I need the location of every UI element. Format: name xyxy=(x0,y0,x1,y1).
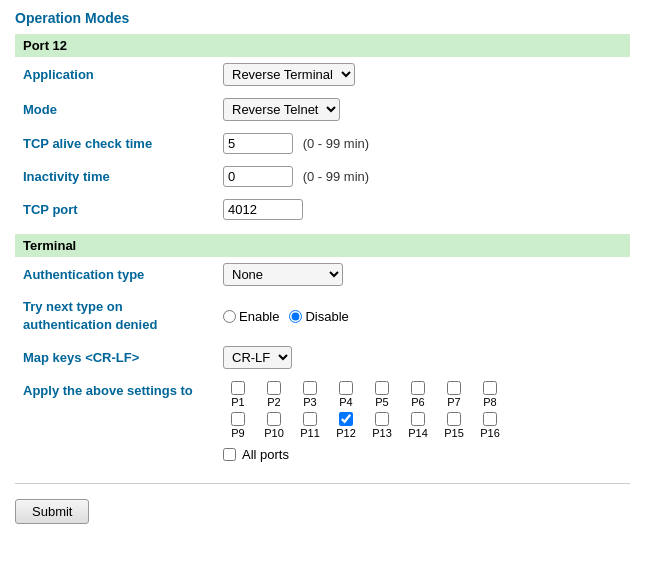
port-p13-label: P13 xyxy=(372,427,392,439)
disable-radio-label[interactable]: Disable xyxy=(289,309,348,324)
port-p7-label: P7 xyxy=(447,396,460,408)
application-label: Application xyxy=(15,57,215,92)
port-p5-label: P5 xyxy=(375,396,388,408)
all-ports-checkbox[interactable] xyxy=(223,448,236,461)
port-p11-label: P11 xyxy=(300,427,320,439)
try-next-radio-group: Enable Disable xyxy=(223,309,622,324)
port-p2-label: P2 xyxy=(267,396,280,408)
port-p15-checkbox[interactable] xyxy=(447,412,461,426)
port-p4-checkbox[interactable] xyxy=(339,381,353,395)
port-row-1: P1 P2 P3 P4 xyxy=(223,381,622,408)
port-p5: P5 xyxy=(367,381,397,408)
enable-label-text: Enable xyxy=(239,309,279,324)
disable-radio[interactable] xyxy=(289,310,302,323)
port-p3-label: P3 xyxy=(303,396,316,408)
port-p12-label: P12 xyxy=(336,427,356,439)
port-p9-checkbox[interactable] xyxy=(231,412,245,426)
port-p4-label: P4 xyxy=(339,396,352,408)
enable-radio-label[interactable]: Enable xyxy=(223,309,279,324)
map-keys-select[interactable]: CR-LF xyxy=(223,346,292,369)
apply-label: Apply the above settings to xyxy=(15,375,215,468)
tcp-alive-hint: (0 - 99 min) xyxy=(303,136,369,151)
tcp-alive-label: TCP alive check time xyxy=(15,127,215,160)
tcp-alive-input[interactable]: 5 xyxy=(223,133,293,154)
auth-type-select[interactable]: None xyxy=(223,263,343,286)
port-p10-label: P10 xyxy=(264,427,284,439)
inactivity-input[interactable]: 0 xyxy=(223,166,293,187)
port-p7-checkbox[interactable] xyxy=(447,381,461,395)
port-p1-label: P1 xyxy=(231,396,244,408)
section-title: Operation Modes xyxy=(15,10,630,26)
port-p9-label: P9 xyxy=(231,427,244,439)
port-p6: P6 xyxy=(403,381,433,408)
port-p8-checkbox[interactable] xyxy=(483,381,497,395)
disable-label-text: Disable xyxy=(305,309,348,324)
tcp-port-label: TCP port xyxy=(15,193,215,226)
port-p2-checkbox[interactable] xyxy=(267,381,281,395)
inactivity-label: Inactivity time xyxy=(15,160,215,193)
port-p4: P4 xyxy=(331,381,361,408)
port-header: Port 12 xyxy=(15,34,630,57)
port-p6-label: P6 xyxy=(411,396,424,408)
port-p10-checkbox[interactable] xyxy=(267,412,281,426)
port-p16-label: P16 xyxy=(480,427,500,439)
port-p13: P13 xyxy=(367,412,397,439)
map-keys-label: Map keys <CR-LF> xyxy=(15,340,215,375)
port-p16: P16 xyxy=(475,412,505,439)
all-ports-label: All ports xyxy=(242,447,289,462)
mode-label: Mode xyxy=(15,92,215,127)
port-p8: P8 xyxy=(475,381,505,408)
port-p14-checkbox[interactable] xyxy=(411,412,425,426)
port-row-2: P9 P10 P11 P12 xyxy=(223,412,622,439)
port-p12-checkbox[interactable] xyxy=(339,412,353,426)
enable-radio[interactable] xyxy=(223,310,236,323)
port-p3: P3 xyxy=(295,381,325,408)
divider xyxy=(15,483,630,484)
port-p10: P10 xyxy=(259,412,289,439)
port-p3-checkbox[interactable] xyxy=(303,381,317,395)
port-p7: P7 xyxy=(439,381,469,408)
port-p2: P2 xyxy=(259,381,289,408)
try-next-label: Try next type on authentication denied xyxy=(15,292,215,340)
all-ports-row: All ports xyxy=(223,447,622,462)
port-p13-checkbox[interactable] xyxy=(375,412,389,426)
port-p1-checkbox[interactable] xyxy=(231,381,245,395)
port-p15-label: P15 xyxy=(444,427,464,439)
auth-type-label: Authentication type xyxy=(15,257,215,292)
port-p8-label: P8 xyxy=(483,396,496,408)
port-p1: P1 xyxy=(223,381,253,408)
mode-select[interactable]: Reverse Telnet xyxy=(223,98,340,121)
port-p12: P12 xyxy=(331,412,361,439)
port-p9: P9 xyxy=(223,412,253,439)
application-select[interactable]: Reverse Terminal xyxy=(223,63,355,86)
port-checkboxes: P1 P2 P3 P4 xyxy=(223,381,622,462)
port-p14: P14 xyxy=(403,412,433,439)
port-p11-checkbox[interactable] xyxy=(303,412,317,426)
port-p5-checkbox[interactable] xyxy=(375,381,389,395)
inactivity-hint: (0 - 99 min) xyxy=(303,169,369,184)
port-p15: P15 xyxy=(439,412,469,439)
port-p14-label: P14 xyxy=(408,427,428,439)
port-p6-checkbox[interactable] xyxy=(411,381,425,395)
port-p16-checkbox[interactable] xyxy=(483,412,497,426)
terminal-header: Terminal xyxy=(15,234,630,257)
tcp-port-input[interactable]: 4012 xyxy=(223,199,303,220)
port-p11: P11 xyxy=(295,412,325,439)
submit-button[interactable]: Submit xyxy=(15,499,89,524)
